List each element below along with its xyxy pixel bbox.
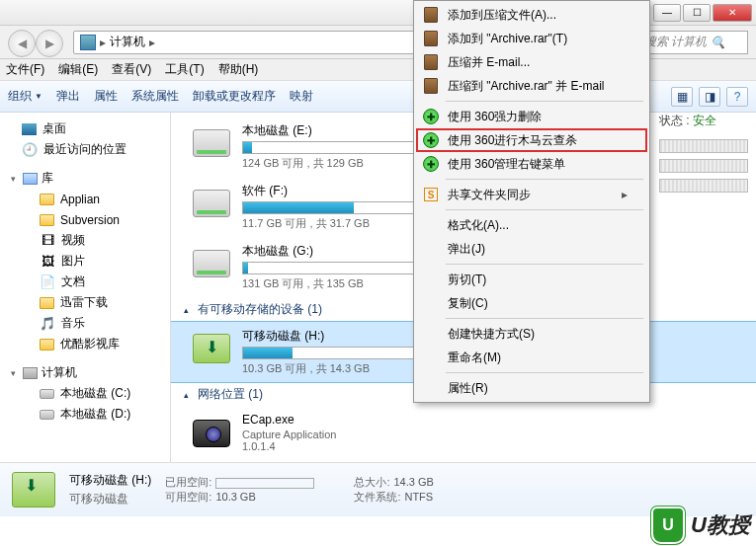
forward-button[interactable]: ▶ bbox=[36, 30, 63, 57]
status-value: 安全 bbox=[693, 114, 716, 127]
status-subtitle: 可移动磁盘 bbox=[69, 491, 151, 507]
preview-pane-button[interactable]: ◨ bbox=[699, 87, 720, 107]
video-icon: 🎞 bbox=[40, 233, 55, 249]
expander-icon[interactable]: ▾ bbox=[8, 173, 19, 184]
item-version: 1.0.1.4 bbox=[242, 440, 746, 452]
nav-xunlei[interactable]: 迅雷下载 bbox=[0, 292, 170, 313]
nav-disk-c[interactable]: 本地磁盘 (C:) bbox=[0, 383, 170, 404]
menu-edit[interactable]: 编辑(E) bbox=[58, 61, 98, 78]
nav-recent[interactable]: 🕘最近访问的位置 bbox=[0, 139, 170, 160]
computer-icon bbox=[23, 367, 38, 379]
separator bbox=[446, 264, 643, 265]
security-panel: 状态 : 安全 bbox=[659, 113, 748, 193]
nav-pictures[interactable]: 🖼图片 bbox=[0, 251, 170, 272]
free-label: 可用空间: bbox=[165, 491, 215, 503]
nav-disk-d[interactable]: 本地磁盘 (D:) bbox=[0, 404, 170, 425]
recent-icon: 🕘 bbox=[22, 142, 38, 158]
breadcrumb-location: 计算机 bbox=[110, 34, 145, 50]
used-label: 已用空间: bbox=[165, 476, 215, 488]
desktop-icon bbox=[22, 123, 37, 135]
360-icon: ✚ bbox=[423, 109, 439, 124]
item-desc: Capture Application bbox=[242, 429, 746, 440]
nav-subversion[interactable]: Subversion bbox=[0, 209, 170, 230]
expander-icon[interactable]: ▾ bbox=[8, 367, 19, 378]
close-button[interactable]: ✕ bbox=[713, 4, 752, 22]
computer-icon bbox=[80, 35, 96, 50]
view-mode-button[interactable]: ▦ bbox=[671, 87, 693, 107]
search-icon: 🔍 bbox=[711, 36, 725, 49]
ctx-share-sync[interactable]: S共享文件夹同步▸ bbox=[416, 183, 647, 206]
ctx-rename[interactable]: 重命名(M) bbox=[416, 346, 647, 369]
minimize-button[interactable]: — bbox=[653, 4, 681, 22]
nav-applian[interactable]: Applian bbox=[0, 189, 170, 209]
total-label: 总大小: bbox=[354, 476, 393, 488]
watermark-text: U教授 bbox=[691, 510, 750, 540]
folder-icon bbox=[40, 194, 54, 205]
maximize-button[interactable]: ☐ bbox=[683, 4, 711, 22]
nav-computer[interactable]: ▾计算机 bbox=[0, 362, 170, 383]
ctx-eject[interactable]: 弹出(J) bbox=[416, 237, 647, 261]
ctx-360-manage-menu[interactable]: ✚使用 360管理右键菜单 bbox=[416, 152, 647, 176]
nav-desktop[interactable]: 桌面 bbox=[0, 118, 170, 139]
capacity-bar bbox=[242, 262, 420, 274]
nav-video[interactable]: 🎞视频 bbox=[0, 230, 170, 251]
tb-properties[interactable]: 属性 bbox=[94, 88, 118, 105]
collapse-icon[interactable]: ▴ bbox=[181, 304, 192, 315]
capacity-bar bbox=[242, 141, 420, 154]
menu-help[interactable]: 帮助(H) bbox=[218, 61, 259, 78]
chevron-right-icon: ▸ bbox=[149, 36, 155, 49]
fs-value: NTFS bbox=[404, 491, 433, 503]
used-bar bbox=[215, 478, 314, 489]
ctx-add-archive[interactable]: 添加到压缩文件(A)... bbox=[416, 3, 647, 27]
search-placeholder: 搜索 计算机 bbox=[644, 34, 707, 50]
status-title: 可移动磁盘 (H:) bbox=[69, 472, 151, 489]
nav-youku[interactable]: 优酷影视库 bbox=[0, 334, 170, 354]
menu-view[interactable]: 查看(V) bbox=[112, 61, 151, 78]
hdd-icon bbox=[193, 250, 230, 277]
separator bbox=[446, 101, 643, 102]
tb-mapdrive[interactable]: 映射 bbox=[290, 88, 313, 105]
camera-icon bbox=[193, 420, 230, 447]
ctx-add-to-rar[interactable]: 添加到 "Archive.rar"(T) bbox=[416, 27, 647, 50]
back-button[interactable]: ◀ bbox=[8, 30, 36, 57]
ctx-360-trojan-scan[interactable]: ✚使用 360进行木马云查杀 bbox=[416, 128, 647, 152]
menu-file[interactable]: 文件(F) bbox=[6, 61, 44, 78]
ecap-item[interactable]: ECap.exe Capture Application 1.0.1.4 bbox=[171, 407, 756, 460]
ctx-format[interactable]: 格式化(A)... bbox=[416, 213, 647, 237]
separator bbox=[446, 209, 643, 210]
context-menu: 添加到压缩文件(A)... 添加到 "Archive.rar"(T) 压缩并 E… bbox=[413, 0, 650, 403]
library-icon bbox=[23, 173, 38, 185]
hdd-icon bbox=[193, 129, 230, 157]
menu-tools[interactable]: 工具(T) bbox=[165, 61, 204, 78]
separator bbox=[446, 318, 643, 319]
submenu-arrow-icon: ▸ bbox=[622, 188, 628, 201]
rar-icon bbox=[424, 54, 438, 70]
tb-eject[interactable]: 弹出 bbox=[56, 88, 80, 105]
ctx-properties[interactable]: 属性(R) bbox=[416, 376, 647, 400]
nav-music[interactable]: 🎵音乐 bbox=[0, 313, 170, 334]
ctx-copy[interactable]: 复制(C) bbox=[416, 291, 647, 315]
fs-label: 文件系统: bbox=[354, 491, 404, 503]
nav-documents[interactable]: 📄文档 bbox=[0, 272, 170, 292]
ctx-shortcut[interactable]: 创建快捷方式(S) bbox=[416, 322, 647, 346]
nav-libraries[interactable]: ▾库 bbox=[0, 168, 170, 189]
ctx-cut[interactable]: 剪切(T) bbox=[416, 268, 647, 291]
360-icon: ✚ bbox=[423, 132, 439, 148]
help-button[interactable]: ? bbox=[726, 87, 748, 107]
ctx-compress-email[interactable]: 压缩并 E-mail... bbox=[416, 50, 647, 74]
status-label: 状态 : bbox=[659, 114, 690, 127]
status-bar: 可移动磁盘 (H:) 可移动磁盘 已用空间: 可用空间:10.3 GB 总大小:… bbox=[0, 462, 756, 516]
collapse-icon[interactable]: ▴ bbox=[181, 389, 192, 400]
tb-sysprops[interactable]: 系统属性 bbox=[131, 88, 179, 105]
folder-icon bbox=[40, 214, 54, 226]
pictures-icon: 🖼 bbox=[40, 254, 55, 270]
folder-icon bbox=[40, 339, 54, 351]
search-input[interactable]: 搜索 计算机 🔍 bbox=[639, 31, 748, 54]
ctx-360-force-delete[interactable]: ✚使用 360强力删除 bbox=[416, 105, 647, 128]
disk-icon bbox=[40, 410, 54, 420]
tb-organize[interactable]: 组织▼ bbox=[8, 88, 42, 105]
tb-uninstall[interactable]: 卸载或更改程序 bbox=[193, 88, 276, 105]
ctx-compress-to-email[interactable]: 压缩到 "Archive.rar" 并 E-mail bbox=[416, 74, 647, 98]
capacity-bar bbox=[242, 347, 420, 359]
music-icon: 🎵 bbox=[40, 316, 55, 332]
